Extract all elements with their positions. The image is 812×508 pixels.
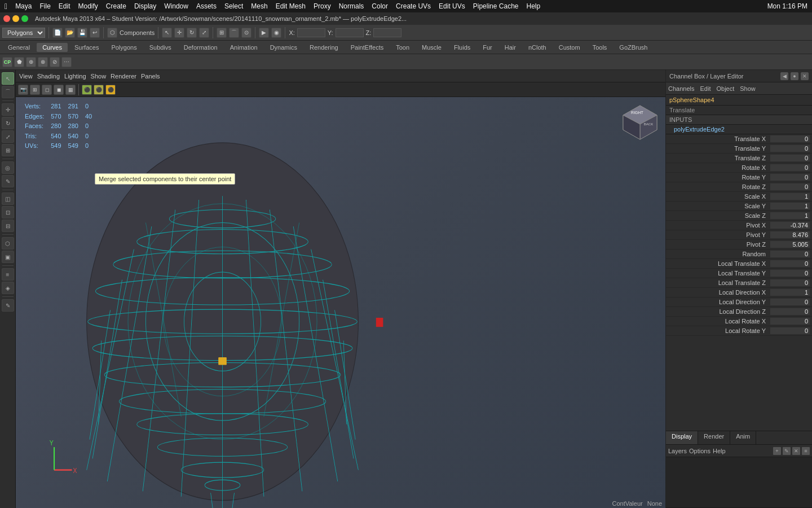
channel-row-0[interactable]: Translate X (666, 134, 812, 144)
sphere3-icon[interactable]: ⚫ (105, 85, 116, 95)
object-menu[interactable]: Object (716, 85, 734, 92)
channel-row-16[interactable]: Local Direction X (666, 288, 812, 297)
select-icon[interactable]: ↖ (162, 28, 172, 38)
channel-row-2[interactable]: Translate Z (666, 154, 812, 163)
left-arrow-icon[interactable]: ◀ (780, 72, 788, 80)
undo-icon[interactable]: ↩ (90, 28, 100, 38)
panels-menu[interactable]: Panels (141, 73, 160, 80)
show-menu[interactable]: Show (740, 85, 756, 92)
ipr-icon[interactable]: ◉ (271, 28, 281, 38)
circle-icon[interactable]: ● (791, 72, 798, 80)
edit-uvs-menu[interactable]: Edit UVs (439, 2, 465, 10)
delete-layer-icon[interactable]: ✕ (792, 447, 800, 455)
x-input[interactable] (297, 28, 325, 37)
tab-painteffects[interactable]: PaintEffects (345, 43, 390, 52)
channel-row-19[interactable]: Local Rotate X (666, 317, 812, 326)
channel-value-7[interactable] (770, 203, 810, 209)
tab-curves[interactable]: Curves (37, 43, 68, 52)
channel-value-12[interactable] (770, 251, 810, 257)
minimize-button[interactable] (12, 15, 19, 22)
channel-row-8[interactable]: Scale Z (666, 211, 812, 221)
create-menu[interactable]: Create (106, 2, 126, 10)
view-menu[interactable]: View (19, 73, 33, 80)
channel-value-10[interactable] (770, 231, 810, 238)
shelf-icon-2[interactable]: ⊕ (26, 57, 36, 67)
channel-value-16[interactable] (770, 289, 810, 296)
normals-menu[interactable]: Normals (339, 2, 364, 10)
channel-value-17[interactable] (770, 299, 810, 305)
channel-value-1[interactable] (770, 145, 810, 152)
move-icon[interactable]: ✛ (174, 28, 184, 38)
channel-row-7[interactable]: Scale Y (666, 202, 812, 211)
soft-select-tool[interactable]: ◎ (2, 161, 14, 174)
proxy-menu[interactable]: Proxy (314, 2, 331, 10)
channel-row-6[interactable]: Scale X (666, 192, 812, 202)
channel-row-17[interactable]: Local Direction Y (666, 297, 812, 307)
scale-tool[interactable]: ⤢ (2, 130, 14, 143)
open-scene-icon[interactable]: 📂 (65, 28, 75, 38)
display-menu[interactable]: Display (134, 2, 156, 10)
pipeline-cache-menu[interactable]: Pipeline Cache (473, 2, 519, 10)
edit-mesh-menu[interactable]: Edit Mesh (276, 2, 306, 10)
scale-icon[interactable]: ⤢ (199, 28, 209, 38)
tab-display[interactable]: Display (666, 431, 698, 444)
channel-row-15[interactable]: Local Translate Z (666, 278, 812, 288)
shading-menu[interactable]: Shading (37, 73, 60, 80)
script-editor-tool[interactable]: ✎ (2, 299, 14, 312)
channel-value-9[interactable] (770, 222, 810, 229)
window-menu[interactable]: Window (164, 2, 188, 10)
channels-menu[interactable]: Channels (668, 85, 694, 92)
tab-custom[interactable]: Custom (553, 43, 586, 52)
renderer-menu[interactable]: Renderer (111, 73, 136, 80)
tab-dynamics[interactable]: Dynamics (264, 43, 303, 52)
lasso-tool[interactable]: ⌒ (2, 86, 14, 98)
camera-orientation-cube[interactable]: RIGHT BACK (620, 103, 660, 142)
tab-gozbrush[interactable]: GoZBrush (614, 43, 653, 52)
channel-row-3[interactable]: Rotate X (666, 163, 812, 173)
save-scene-icon[interactable]: 💾 (77, 28, 87, 38)
channel-value-15[interactable] (770, 279, 810, 286)
tab-animation[interactable]: Animation (224, 43, 263, 52)
channel-value-13[interactable] (770, 260, 810, 267)
rotate-tool[interactable]: ↻ (2, 117, 14, 129)
tab-fur[interactable]: Fur (477, 43, 498, 52)
snap-to-grid-icon[interactable]: ⊞ (217, 28, 227, 38)
shelf-icon-4[interactable]: ⊘ (50, 57, 60, 67)
tab-render[interactable]: Render (698, 431, 730, 444)
channel-row-5[interactable]: Rotate Z (666, 182, 812, 192)
tab-hair[interactable]: Hair (499, 43, 522, 52)
options-menu[interactable]: Options (689, 448, 710, 454)
lighting-menu[interactable]: Lighting (64, 73, 86, 80)
channel-value-4[interactable] (770, 174, 810, 181)
paint-tool[interactable]: ✎ (2, 175, 14, 187)
channel-row-14[interactable]: Local Translate Y (666, 269, 812, 278)
color-menu[interactable]: Color (372, 2, 388, 10)
layer-options-icon[interactable]: ≡ (802, 447, 810, 455)
tab-fluids[interactable]: Fluids (448, 43, 476, 52)
tab-ncloth[interactable]: nCloth (523, 43, 552, 52)
create-uvs-menu[interactable]: Create UVs (396, 2, 431, 10)
channel-value-8[interactable] (770, 212, 810, 219)
object-set-tool[interactable]: ⊡ (2, 206, 14, 218)
move-tool[interactable]: ✛ (2, 103, 14, 116)
tab-deformation[interactable]: Deformation (178, 43, 223, 52)
camera-tool[interactable]: ⬡ (2, 237, 14, 249)
shaded-icon[interactable]: ◼ (54, 85, 64, 95)
channel-value-19[interactable] (770, 318, 810, 325)
edit-layer-icon[interactable]: ✎ (783, 447, 791, 455)
channel-row-13[interactable]: Local Translate X (666, 259, 812, 269)
channel-value-18[interactable] (770, 308, 810, 315)
channel-value-6[interactable] (770, 193, 810, 200)
snap-to-point-icon[interactable]: ⊙ (241, 28, 251, 38)
grid-icon[interactable]: ⊞ (30, 85, 40, 95)
camera-icon[interactable]: 📷 (18, 85, 28, 95)
crease-tool[interactable]: ≡ (2, 268, 14, 281)
channel-row-12[interactable]: Random (666, 249, 812, 259)
wireframe-icon[interactable]: ◻ (42, 85, 52, 95)
sphere-icon[interactable]: ⚫ (82, 85, 92, 95)
channel-row-11[interactable]: Pivot Z (666, 240, 812, 249)
edit-menu[interactable]: Edit (700, 85, 710, 92)
tab-general[interactable]: General (2, 43, 36, 52)
close-panel-icon[interactable]: ✕ (801, 72, 809, 80)
select-menu[interactable]: Select (224, 2, 243, 10)
